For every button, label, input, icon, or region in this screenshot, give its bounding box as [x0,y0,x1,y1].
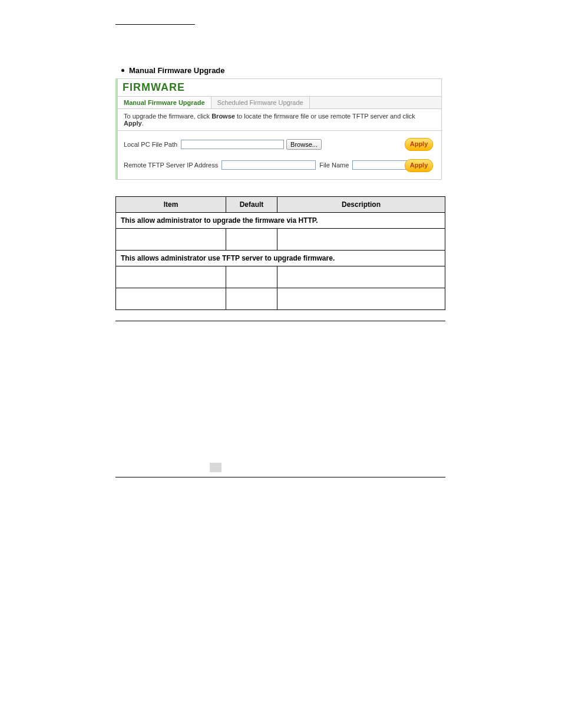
cell-empty [116,266,226,288]
input-remote-tftp-ip[interactable] [222,160,316,170]
cell-empty [226,266,277,288]
firmware-panel: FIRMWARE Manual Firmware Upgrade Schedul… [115,78,442,180]
section-http-text: This allow administrator to upgrade the … [116,213,445,229]
page-number-box [210,463,222,472]
form-rows: Local PC File Path Browse... Apply Remot… [118,131,441,179]
table-row [116,266,445,288]
instr-text-1: To upgrade the firmware, click [124,113,211,120]
browse-button[interactable]: Browse... [286,139,322,150]
tab-scheduled-firmware-upgrade[interactable]: Scheduled Firmware Upgrade [211,97,310,108]
section-divider-short [115,24,195,25]
label-file-name: File Name [319,162,349,169]
row-remote-tftp: Remote TFTP Server IP Address File Name … [124,160,435,170]
apply-button-local[interactable]: Apply [405,138,433,151]
cell-empty [226,229,277,251]
cell-empty [226,288,277,310]
table-row [116,229,445,251]
cell-empty [116,288,226,310]
instr-text-2: to locate the firmware file or use remot… [235,113,415,120]
panel-title: FIRMWARE [118,79,441,97]
instr-browse-word: Browse [211,113,235,120]
divider-line [115,321,445,321]
description-table: Item Default Description This allow admi… [115,196,445,310]
bullet-icon [121,69,124,72]
col-header-default: Default [226,197,277,213]
footer-line [115,477,445,477]
subsection-heading: Manual Firmware Upgrade [121,66,445,75]
subsection-title: Manual Firmware Upgrade [129,66,225,75]
section-tftp-text: This allows administrator use TFTP serve… [116,251,445,266]
row-local-pc-file-path: Local PC File Path Browse... Apply [124,139,435,150]
table-section-http: This allow administrator to upgrade the … [116,213,445,229]
tab-manual-firmware-upgrade[interactable]: Manual Firmware Upgrade [118,97,211,108]
page-footer [115,463,445,475]
input-local-pc-file-path[interactable] [181,140,284,149]
label-remote-tftp-ip: Remote TFTP Server IP Address [124,162,218,169]
col-header-description: Description [277,197,445,213]
cell-empty [277,229,445,251]
cell-empty [277,288,445,310]
label-local-pc-file-path: Local PC File Path [124,141,177,148]
tab-bar: Manual Firmware Upgrade Scheduled Firmwa… [118,97,441,109]
apply-button-remote[interactable]: Apply [405,159,433,172]
cell-empty [277,266,445,288]
table-header-row: Item Default Description [116,197,445,213]
instr-apply-word: Apply [124,120,142,127]
table-row [116,288,445,310]
col-header-item: Item [116,197,226,213]
table-section-tftp: This allows administrator use TFTP serve… [116,251,445,266]
panel-instruction: To upgrade the firmware, click Browse to… [118,109,441,131]
cell-empty [116,229,226,251]
